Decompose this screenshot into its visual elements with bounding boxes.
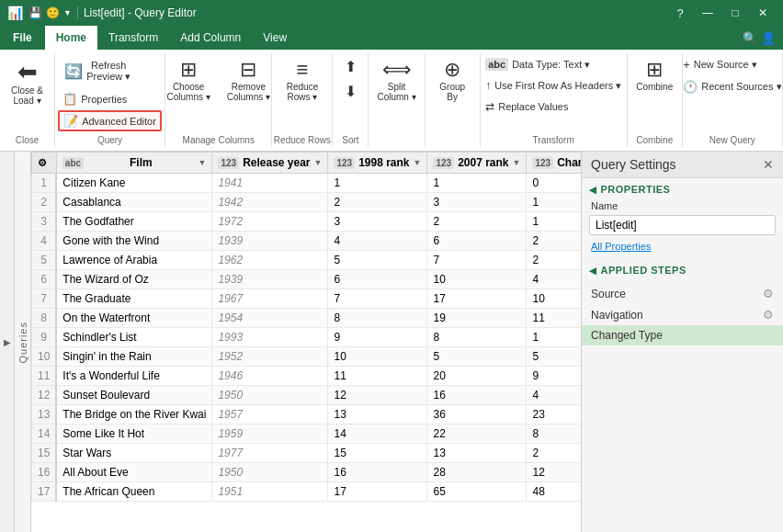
- help-button[interactable]: ?: [667, 0, 693, 26]
- year-sort-icon[interactable]: ▼: [314, 158, 323, 167]
- step-navigation[interactable]: Navigation ⚙: [582, 304, 783, 325]
- query-group-content: 🔄 RefreshPreview ▾ 📋 Properties 📝 Advanc…: [58, 55, 162, 131]
- rank2007-cell: 7: [427, 251, 527, 270]
- rank1998-cell: 2: [328, 193, 427, 212]
- step-left: Changed Type: [591, 329, 663, 342]
- combine-button[interactable]: ⊞ Combine: [630, 55, 679, 96]
- film-cell: Citizen Kane: [56, 174, 212, 193]
- tab-file[interactable]: File: [0, 26, 45, 50]
- table-row[interactable]: 11 It's a Wonderful Life 1946 11 20 9: [32, 367, 582, 386]
- use-first-row-button[interactable]: ↑ Use First Row As Headers ▾: [481, 76, 626, 95]
- name-input[interactable]: [589, 215, 776, 235]
- data-table-wrapper[interactable]: ⚙ abc Film ▼ 123 Releas: [31, 152, 581, 532]
- change-cell: 1: [527, 193, 581, 212]
- choose-columns-button[interactable]: ⊞ ChooseColumns ▾: [161, 55, 217, 107]
- film-col-header[interactable]: abc Film ▼: [56, 153, 212, 174]
- table-row[interactable]: 5 Lawrence of Arabia 1962 5 7 2: [32, 251, 582, 270]
- properties-button[interactable]: 📋 Properties: [58, 89, 131, 108]
- tab-add-column[interactable]: Add Column: [169, 26, 252, 50]
- year-cell: 1952: [212, 347, 328, 367]
- table-row[interactable]: 1 Citizen Kane 1941 1 1 0: [32, 174, 582, 193]
- rank2007-sort-icon[interactable]: ▼: [513, 158, 521, 167]
- dropdown-icon[interactable]: ▼: [63, 8, 72, 17]
- save-icon[interactable]: 💾: [28, 6, 42, 19]
- recent-sources-button[interactable]: 🕐 Recent Sources ▾: [678, 77, 783, 96]
- step-gear-icon[interactable]: ⚙: [763, 308, 774, 322]
- group-by-label: GroupBy: [439, 82, 465, 102]
- change-cell: 2: [527, 251, 581, 270]
- film-sort-icon[interactable]: ▼: [199, 158, 207, 167]
- rank2007-cell: 8: [427, 328, 527, 347]
- quick-access: 💾 🙂 ▼: [28, 6, 72, 19]
- rank2007-cell: 5: [427, 347, 527, 367]
- table-row[interactable]: 13 The Bridge on the River Kwai 1957 13 …: [32, 405, 582, 424]
- step-label: Navigation: [591, 309, 643, 322]
- split-column-button[interactable]: ⟺ SplitColumn ▾: [370, 55, 422, 107]
- step-gear-icon[interactable]: ⚙: [763, 287, 774, 300]
- table-row[interactable]: 4 Gone with the Wind 1939 4 6 2: [32, 232, 582, 251]
- ribbon-group-manage-columns: ⊞ ChooseColumns ▾ ⊟ RemoveColumns ▾ Mana…: [165, 53, 272, 147]
- sort-asc-button[interactable]: ⬆: [337, 55, 363, 78]
- table-row[interactable]: 17 The African Queen 1951 17 65 48: [32, 482, 582, 502]
- sort-desc-button[interactable]: ⬇: [337, 80, 363, 103]
- year-cell: 1972: [212, 212, 328, 232]
- year-cell: 1959: [212, 424, 328, 444]
- table-row[interactable]: 10 Singin' in the Rain 1952 10 5 5: [32, 347, 582, 367]
- step-left: Source: [591, 288, 626, 300]
- new-source-button[interactable]: + New Source ▾: [678, 55, 762, 74]
- film-cell: Gone with the Wind: [56, 232, 212, 251]
- reduce-rows-button[interactable]: ≡ ReduceRows ▾: [280, 55, 324, 107]
- table-row[interactable]: 2 Casablanca 1942 2 3 1: [32, 193, 582, 212]
- close-load-button[interactable]: ⬅ Close &Load ▾: [5, 55, 50, 110]
- remove-columns-button[interactable]: ⊟ RemoveColumns ▾: [221, 55, 277, 107]
- table-row[interactable]: 9 Schindler's List 1993 9 8 1: [32, 328, 582, 347]
- table-settings-icon[interactable]: ⚙: [38, 157, 47, 169]
- table-row[interactable]: 12 Sunset Boulevard 1950 12 16 4: [32, 386, 582, 405]
- table-row[interactable]: 16 All About Eve 1950 16 28 12: [32, 463, 582, 482]
- replace-values-button[interactable]: ⇄ Replace Values: [481, 97, 573, 116]
- emoji-icon[interactable]: 🙂: [46, 6, 60, 19]
- rank2007-col-header[interactable]: 123 2007 rank ▼: [427, 153, 527, 174]
- rank1998-col-header[interactable]: 123 1998 rank ▼: [328, 153, 427, 174]
- tab-transform[interactable]: Transform: [97, 26, 169, 50]
- properties-collapse-icon[interactable]: ◀: [589, 185, 597, 195]
- remove-columns-icon: ⊟: [240, 60, 256, 80]
- step-changed-type[interactable]: Changed Type: [582, 325, 783, 345]
- close-button[interactable]: ✕: [750, 0, 776, 26]
- table-row[interactable]: 3 The Godfather 1972 3 2 1: [32, 212, 582, 232]
- table-row[interactable]: 8 On the Waterfront 1954 8 19 11: [32, 309, 582, 328]
- advanced-editor-button[interactable]: 📝 Advanced Editor: [58, 110, 162, 131]
- year-cell: 1950: [212, 463, 328, 482]
- tab-view[interactable]: View: [252, 26, 298, 50]
- year-col-header[interactable]: 123 Release year ▼: [212, 153, 328, 174]
- refresh-preview-button[interactable]: 🔄 RefreshPreview ▾: [58, 55, 137, 87]
- table-row[interactable]: 14 Some Like It Hot 1959 14 22 8: [32, 424, 582, 444]
- manage-cols-content: ⊞ ChooseColumns ▾ ⊟ RemoveColumns ▾: [161, 55, 278, 131]
- change-cell: 4: [527, 386, 581, 405]
- step-label: Source: [591, 288, 626, 300]
- group-by-button[interactable]: ⊕ GroupBy: [433, 55, 471, 107]
- change-col-header[interactable]: 123 Change ▼: [527, 153, 581, 174]
- table-row[interactable]: 7 The Graduate 1967 7 17 10: [32, 289, 582, 309]
- rank1998-sort-icon[interactable]: ▼: [414, 158, 422, 167]
- table-row[interactable]: 6 The Wizard of Oz 1939 6 10 4: [32, 270, 582, 289]
- query-settings-close[interactable]: ✕: [763, 157, 774, 172]
- tab-home[interactable]: Home: [45, 26, 97, 50]
- ribbon-group-sort: ⬆ ⬇ Sort: [333, 53, 369, 147]
- title-bar-controls: ? — □ ✕: [667, 0, 776, 26]
- transform-group-label: Transform: [533, 131, 574, 145]
- rank2007-cell: 19: [427, 309, 527, 328]
- year-cell: 1941: [212, 174, 328, 193]
- step-source[interactable]: Source ⚙: [582, 283, 783, 304]
- all-properties-link[interactable]: All Properties: [582, 239, 783, 259]
- restore-button[interactable]: □: [722, 0, 748, 26]
- rank1998-cell: 15: [328, 444, 427, 463]
- data-type-button[interactable]: abc Data Type: Text ▾: [481, 55, 595, 74]
- close-load-label: Close &Load ▾: [11, 85, 43, 106]
- minimize-button[interactable]: —: [695, 0, 721, 26]
- left-nav-arrow[interactable]: ▶: [0, 152, 15, 532]
- applied-steps-collapse-icon[interactable]: ◀: [589, 266, 597, 276]
- row-num-cell: 7: [32, 289, 57, 309]
- replace-values-label: Replace Values: [498, 101, 568, 112]
- table-row[interactable]: 15 Star Wars 1977 15 13 2: [32, 444, 582, 463]
